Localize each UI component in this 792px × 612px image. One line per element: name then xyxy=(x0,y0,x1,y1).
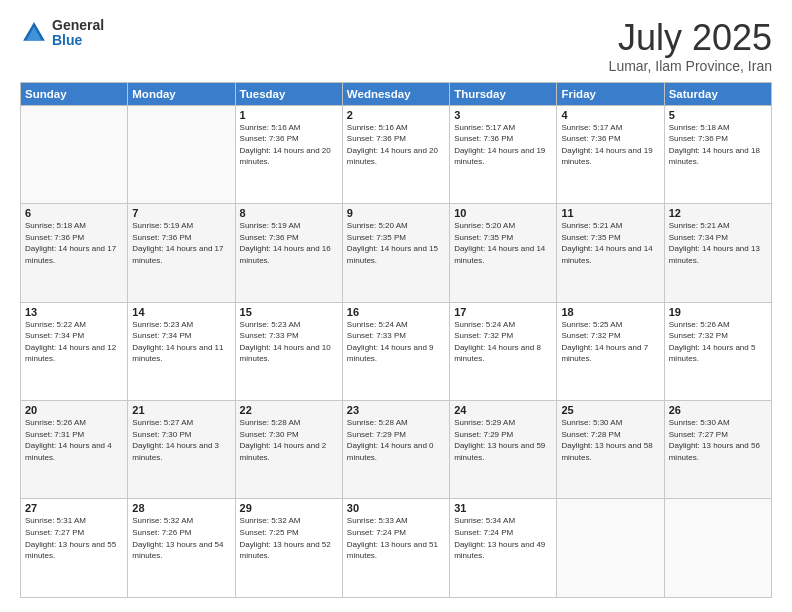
day-number: 7 xyxy=(132,207,230,219)
calendar-cell: 5Sunrise: 5:18 AM Sunset: 7:36 PM Daylig… xyxy=(664,105,771,203)
day-detail: Sunrise: 5:24 AM Sunset: 7:32 PM Dayligh… xyxy=(454,319,552,365)
day-number: 23 xyxy=(347,404,445,416)
calendar-cell xyxy=(128,105,235,203)
calendar-cell: 9Sunrise: 5:20 AM Sunset: 7:35 PM Daylig… xyxy=(342,204,449,302)
day-number: 31 xyxy=(454,502,552,514)
day-number: 11 xyxy=(561,207,659,219)
day-detail: Sunrise: 5:18 AM Sunset: 7:36 PM Dayligh… xyxy=(669,122,767,168)
logo-icon xyxy=(20,19,48,47)
day-number: 17 xyxy=(454,306,552,318)
day-header-friday: Friday xyxy=(557,82,664,105)
day-header-sunday: Sunday xyxy=(21,82,128,105)
calendar-cell: 24Sunrise: 5:29 AM Sunset: 7:29 PM Dayli… xyxy=(450,401,557,499)
logo-blue: Blue xyxy=(52,33,104,48)
calendar-cell: 17Sunrise: 5:24 AM Sunset: 7:32 PM Dayli… xyxy=(450,302,557,400)
calendar-cell xyxy=(21,105,128,203)
calendar-cell: 6Sunrise: 5:18 AM Sunset: 7:36 PM Daylig… xyxy=(21,204,128,302)
subtitle: Lumar, Ilam Province, Iran xyxy=(609,58,772,74)
day-number: 12 xyxy=(669,207,767,219)
day-detail: Sunrise: 5:16 AM Sunset: 7:36 PM Dayligh… xyxy=(347,122,445,168)
day-number: 19 xyxy=(669,306,767,318)
calendar-cell: 30Sunrise: 5:33 AM Sunset: 7:24 PM Dayli… xyxy=(342,499,449,598)
calendar-cell: 2Sunrise: 5:16 AM Sunset: 7:36 PM Daylig… xyxy=(342,105,449,203)
calendar-cell: 13Sunrise: 5:22 AM Sunset: 7:34 PM Dayli… xyxy=(21,302,128,400)
day-number: 25 xyxy=(561,404,659,416)
day-detail: Sunrise: 5:29 AM Sunset: 7:29 PM Dayligh… xyxy=(454,417,552,463)
day-number: 9 xyxy=(347,207,445,219)
calendar-cell: 23Sunrise: 5:28 AM Sunset: 7:29 PM Dayli… xyxy=(342,401,449,499)
calendar-cell: 12Sunrise: 5:21 AM Sunset: 7:34 PM Dayli… xyxy=(664,204,771,302)
calendar-cell: 22Sunrise: 5:28 AM Sunset: 7:30 PM Dayli… xyxy=(235,401,342,499)
calendar-cell: 21Sunrise: 5:27 AM Sunset: 7:30 PM Dayli… xyxy=(128,401,235,499)
day-number: 20 xyxy=(25,404,123,416)
day-number: 18 xyxy=(561,306,659,318)
calendar-cell: 31Sunrise: 5:34 AM Sunset: 7:24 PM Dayli… xyxy=(450,499,557,598)
day-detail: Sunrise: 5:21 AM Sunset: 7:35 PM Dayligh… xyxy=(561,220,659,266)
calendar-cell: 18Sunrise: 5:25 AM Sunset: 7:32 PM Dayli… xyxy=(557,302,664,400)
day-number: 30 xyxy=(347,502,445,514)
day-detail: Sunrise: 5:31 AM Sunset: 7:27 PM Dayligh… xyxy=(25,515,123,561)
day-detail: Sunrise: 5:33 AM Sunset: 7:24 PM Dayligh… xyxy=(347,515,445,561)
day-number: 14 xyxy=(132,306,230,318)
day-detail: Sunrise: 5:25 AM Sunset: 7:32 PM Dayligh… xyxy=(561,319,659,365)
day-number: 4 xyxy=(561,109,659,121)
calendar-cell: 3Sunrise: 5:17 AM Sunset: 7:36 PM Daylig… xyxy=(450,105,557,203)
day-detail: Sunrise: 5:30 AM Sunset: 7:28 PM Dayligh… xyxy=(561,417,659,463)
main-title: July 2025 xyxy=(609,18,772,58)
header: General Blue July 2025 Lumar, Ilam Provi… xyxy=(20,18,772,74)
day-detail: Sunrise: 5:21 AM Sunset: 7:34 PM Dayligh… xyxy=(669,220,767,266)
day-detail: Sunrise: 5:17 AM Sunset: 7:36 PM Dayligh… xyxy=(561,122,659,168)
day-number: 26 xyxy=(669,404,767,416)
calendar-week-row: 20Sunrise: 5:26 AM Sunset: 7:31 PM Dayli… xyxy=(21,401,772,499)
calendar-cell: 29Sunrise: 5:32 AM Sunset: 7:25 PM Dayli… xyxy=(235,499,342,598)
calendar-table: SundayMondayTuesdayWednesdayThursdayFrid… xyxy=(20,82,772,598)
day-detail: Sunrise: 5:17 AM Sunset: 7:36 PM Dayligh… xyxy=(454,122,552,168)
calendar-cell: 27Sunrise: 5:31 AM Sunset: 7:27 PM Dayli… xyxy=(21,499,128,598)
day-header-monday: Monday xyxy=(128,82,235,105)
calendar-week-row: 1Sunrise: 5:16 AM Sunset: 7:36 PM Daylig… xyxy=(21,105,772,203)
day-detail: Sunrise: 5:30 AM Sunset: 7:27 PM Dayligh… xyxy=(669,417,767,463)
day-detail: Sunrise: 5:28 AM Sunset: 7:29 PM Dayligh… xyxy=(347,417,445,463)
calendar-cell: 8Sunrise: 5:19 AM Sunset: 7:36 PM Daylig… xyxy=(235,204,342,302)
calendar-cell xyxy=(664,499,771,598)
day-detail: Sunrise: 5:23 AM Sunset: 7:33 PM Dayligh… xyxy=(240,319,338,365)
day-number: 3 xyxy=(454,109,552,121)
day-number: 28 xyxy=(132,502,230,514)
calendar-week-row: 27Sunrise: 5:31 AM Sunset: 7:27 PM Dayli… xyxy=(21,499,772,598)
day-detail: Sunrise: 5:19 AM Sunset: 7:36 PM Dayligh… xyxy=(132,220,230,266)
day-number: 8 xyxy=(240,207,338,219)
day-number: 1 xyxy=(240,109,338,121)
day-detail: Sunrise: 5:28 AM Sunset: 7:30 PM Dayligh… xyxy=(240,417,338,463)
calendar-cell xyxy=(557,499,664,598)
day-detail: Sunrise: 5:18 AM Sunset: 7:36 PM Dayligh… xyxy=(25,220,123,266)
calendar-cell: 10Sunrise: 5:20 AM Sunset: 7:35 PM Dayli… xyxy=(450,204,557,302)
day-number: 22 xyxy=(240,404,338,416)
day-number: 15 xyxy=(240,306,338,318)
day-detail: Sunrise: 5:32 AM Sunset: 7:25 PM Dayligh… xyxy=(240,515,338,561)
calendar-header-row: SundayMondayTuesdayWednesdayThursdayFrid… xyxy=(21,82,772,105)
day-header-tuesday: Tuesday xyxy=(235,82,342,105)
day-detail: Sunrise: 5:24 AM Sunset: 7:33 PM Dayligh… xyxy=(347,319,445,365)
day-header-thursday: Thursday xyxy=(450,82,557,105)
logo-text: General Blue xyxy=(52,18,104,49)
calendar-cell: 25Sunrise: 5:30 AM Sunset: 7:28 PM Dayli… xyxy=(557,401,664,499)
day-number: 10 xyxy=(454,207,552,219)
logo-general: General xyxy=(52,18,104,33)
day-number: 13 xyxy=(25,306,123,318)
day-number: 21 xyxy=(132,404,230,416)
calendar-cell: 14Sunrise: 5:23 AM Sunset: 7:34 PM Dayli… xyxy=(128,302,235,400)
calendar-cell: 15Sunrise: 5:23 AM Sunset: 7:33 PM Dayli… xyxy=(235,302,342,400)
day-number: 2 xyxy=(347,109,445,121)
day-number: 6 xyxy=(25,207,123,219)
calendar-cell: 16Sunrise: 5:24 AM Sunset: 7:33 PM Dayli… xyxy=(342,302,449,400)
calendar-cell: 11Sunrise: 5:21 AM Sunset: 7:35 PM Dayli… xyxy=(557,204,664,302)
day-detail: Sunrise: 5:27 AM Sunset: 7:30 PM Dayligh… xyxy=(132,417,230,463)
day-detail: Sunrise: 5:20 AM Sunset: 7:35 PM Dayligh… xyxy=(454,220,552,266)
calendar-cell: 26Sunrise: 5:30 AM Sunset: 7:27 PM Dayli… xyxy=(664,401,771,499)
day-detail: Sunrise: 5:16 AM Sunset: 7:36 PM Dayligh… xyxy=(240,122,338,168)
day-detail: Sunrise: 5:22 AM Sunset: 7:34 PM Dayligh… xyxy=(25,319,123,365)
day-detail: Sunrise: 5:19 AM Sunset: 7:36 PM Dayligh… xyxy=(240,220,338,266)
calendar-cell: 1Sunrise: 5:16 AM Sunset: 7:36 PM Daylig… xyxy=(235,105,342,203)
day-header-saturday: Saturday xyxy=(664,82,771,105)
day-detail: Sunrise: 5:23 AM Sunset: 7:34 PM Dayligh… xyxy=(132,319,230,365)
